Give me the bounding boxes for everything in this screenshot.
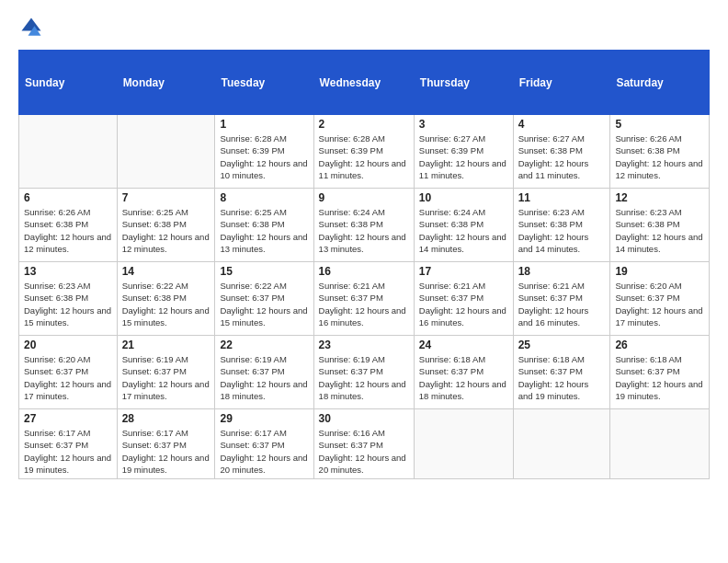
calendar-cell [414, 409, 513, 479]
weekday-header-row: SundayMondayTuesdayWednesdayThursdayFrid… [19, 51, 710, 115]
calendar-cell: 4Sunrise: 6:27 AM Sunset: 6:38 PM Daylig… [513, 115, 610, 189]
day-number: 19 [615, 265, 704, 278]
calendar-cell: 14Sunrise: 6:22 AM Sunset: 6:38 PM Dayli… [117, 262, 215, 336]
day-info: Sunrise: 6:20 AM Sunset: 6:37 PM Dayligh… [24, 353, 112, 402]
logo-icon [18, 15, 44, 40]
day-info: Sunrise: 6:21 AM Sunset: 6:37 PM Dayligh… [518, 280, 606, 328]
calendar-week-3: 13Sunrise: 6:23 AM Sunset: 6:38 PM Dayli… [19, 262, 710, 336]
calendar-cell: 25Sunrise: 6:18 AM Sunset: 6:37 PM Dayli… [513, 336, 610, 409]
calendar-cell: 15Sunrise: 6:22 AM Sunset: 6:37 PM Dayli… [215, 262, 313, 336]
day-number: 29 [220, 412, 308, 425]
calendar-cell: 2Sunrise: 6:28 AM Sunset: 6:39 PM Daylig… [313, 115, 414, 189]
day-number: 17 [419, 265, 508, 278]
calendar-week-1: 1Sunrise: 6:28 AM Sunset: 6:39 PM Daylig… [19, 115, 710, 189]
weekday-header-saturday: Saturday [610, 51, 710, 115]
calendar-cell: 30Sunrise: 6:16 AM Sunset: 6:37 PM Dayli… [313, 409, 414, 479]
day-info: Sunrise: 6:23 AM Sunset: 6:38 PM Dayligh… [518, 206, 606, 255]
day-number: 16 [319, 265, 409, 278]
calendar-page: SundayMondayTuesdayWednesdayThursdayFrid… [0, 0, 728, 563]
day-number: 11 [518, 191, 606, 204]
day-number: 8 [220, 191, 308, 204]
svg-marker-0 [22, 18, 41, 31]
calendar-cell: 27Sunrise: 6:17 AM Sunset: 6:37 PM Dayli… [19, 409, 118, 479]
day-number: 14 [122, 265, 210, 278]
day-info: Sunrise: 6:17 AM Sunset: 6:37 PM Dayligh… [220, 427, 308, 476]
day-info: Sunrise: 6:28 AM Sunset: 6:39 PM Dayligh… [220, 132, 308, 181]
day-info: Sunrise: 6:17 AM Sunset: 6:37 PM Dayligh… [24, 427, 112, 476]
calendar-cell: 20Sunrise: 6:20 AM Sunset: 6:37 PM Dayli… [19, 336, 118, 409]
day-info: Sunrise: 6:27 AM Sunset: 6:39 PM Dayligh… [419, 132, 508, 181]
day-number: 30 [319, 412, 409, 425]
calendar-cell: 22Sunrise: 6:19 AM Sunset: 6:37 PM Dayli… [215, 336, 313, 409]
day-number: 10 [419, 191, 508, 204]
day-number: 5 [615, 118, 704, 131]
calendar-cell: 19Sunrise: 6:20 AM Sunset: 6:37 PM Dayli… [610, 262, 710, 336]
calendar-cell: 17Sunrise: 6:21 AM Sunset: 6:37 PM Dayli… [414, 262, 513, 336]
day-info: Sunrise: 6:25 AM Sunset: 6:38 PM Dayligh… [122, 206, 210, 255]
day-info: Sunrise: 6:16 AM Sunset: 6:37 PM Dayligh… [319, 427, 409, 476]
day-info: Sunrise: 6:24 AM Sunset: 6:38 PM Dayligh… [319, 206, 409, 255]
day-number: 13 [24, 265, 112, 278]
day-number: 4 [518, 118, 606, 131]
calendar-cell [117, 115, 215, 189]
day-number: 6 [24, 191, 112, 204]
day-info: Sunrise: 6:22 AM Sunset: 6:37 PM Dayligh… [220, 280, 308, 328]
day-info: Sunrise: 6:23 AM Sunset: 6:38 PM Dayligh… [615, 206, 704, 255]
day-info: Sunrise: 6:26 AM Sunset: 6:38 PM Dayligh… [24, 206, 112, 255]
header [18, 15, 710, 40]
weekday-header-friday: Friday [513, 51, 610, 115]
calendar-cell: 12Sunrise: 6:23 AM Sunset: 6:38 PM Dayli… [610, 189, 710, 262]
calendar-week-2: 6Sunrise: 6:26 AM Sunset: 6:38 PM Daylig… [19, 189, 710, 262]
day-number: 9 [319, 191, 409, 204]
day-info: Sunrise: 6:19 AM Sunset: 6:37 PM Dayligh… [122, 353, 210, 402]
weekday-header-thursday: Thursday [414, 51, 513, 115]
weekday-header-wednesday: Wednesday [313, 51, 414, 115]
calendar-cell: 29Sunrise: 6:17 AM Sunset: 6:37 PM Dayli… [215, 409, 313, 479]
calendar-cell: 7Sunrise: 6:25 AM Sunset: 6:38 PM Daylig… [117, 189, 215, 262]
day-number: 12 [615, 191, 704, 204]
day-info: Sunrise: 6:19 AM Sunset: 6:37 PM Dayligh… [220, 353, 308, 402]
calendar-cell: 18Sunrise: 6:21 AM Sunset: 6:37 PM Dayli… [513, 262, 610, 336]
day-number: 23 [319, 339, 409, 351]
calendar-week-4: 20Sunrise: 6:20 AM Sunset: 6:37 PM Dayli… [19, 336, 710, 409]
day-info: Sunrise: 6:20 AM Sunset: 6:37 PM Dayligh… [615, 280, 704, 328]
day-info: Sunrise: 6:24 AM Sunset: 6:38 PM Dayligh… [419, 206, 508, 255]
day-number: 20 [24, 339, 112, 351]
day-number: 1 [220, 118, 308, 131]
weekday-header-tuesday: Tuesday [215, 51, 313, 115]
day-info: Sunrise: 6:28 AM Sunset: 6:39 PM Dayligh… [319, 132, 409, 181]
day-info: Sunrise: 6:22 AM Sunset: 6:38 PM Dayligh… [122, 280, 210, 328]
calendar-cell: 1Sunrise: 6:28 AM Sunset: 6:39 PM Daylig… [215, 115, 313, 189]
day-info: Sunrise: 6:19 AM Sunset: 6:37 PM Dayligh… [319, 353, 409, 402]
calendar-cell: 9Sunrise: 6:24 AM Sunset: 6:38 PM Daylig… [313, 189, 414, 262]
calendar-cell: 13Sunrise: 6:23 AM Sunset: 6:38 PM Dayli… [19, 262, 118, 336]
calendar-cell: 6Sunrise: 6:26 AM Sunset: 6:38 PM Daylig… [19, 189, 118, 262]
calendar-cell: 24Sunrise: 6:18 AM Sunset: 6:37 PM Dayli… [414, 336, 513, 409]
calendar-cell [19, 115, 118, 189]
calendar-cell: 28Sunrise: 6:17 AM Sunset: 6:37 PM Dayli… [117, 409, 215, 479]
day-number: 28 [122, 412, 210, 425]
day-number: 3 [419, 118, 508, 131]
day-number: 18 [518, 265, 606, 278]
calendar-cell: 16Sunrise: 6:21 AM Sunset: 6:37 PM Dayli… [313, 262, 414, 336]
calendar-cell: 10Sunrise: 6:24 AM Sunset: 6:38 PM Dayli… [414, 189, 513, 262]
day-info: Sunrise: 6:21 AM Sunset: 6:37 PM Dayligh… [319, 280, 409, 328]
day-number: 21 [122, 339, 210, 351]
day-number: 26 [615, 339, 704, 351]
calendar-cell [513, 409, 610, 479]
weekday-header-sunday: Sunday [19, 51, 118, 115]
calendar-cell: 3Sunrise: 6:27 AM Sunset: 6:39 PM Daylig… [414, 115, 513, 189]
day-number: 25 [518, 339, 606, 351]
day-number: 24 [419, 339, 508, 351]
day-info: Sunrise: 6:18 AM Sunset: 6:37 PM Dayligh… [615, 353, 704, 402]
calendar-cell: 8Sunrise: 6:25 AM Sunset: 6:38 PM Daylig… [215, 189, 313, 262]
day-info: Sunrise: 6:17 AM Sunset: 6:37 PM Dayligh… [122, 427, 210, 476]
day-number: 22 [220, 339, 308, 351]
day-info: Sunrise: 6:23 AM Sunset: 6:38 PM Dayligh… [24, 280, 112, 328]
day-info: Sunrise: 6:27 AM Sunset: 6:38 PM Dayligh… [518, 132, 606, 181]
day-info: Sunrise: 6:26 AM Sunset: 6:38 PM Dayligh… [615, 132, 704, 181]
calendar-cell: 21Sunrise: 6:19 AM Sunset: 6:37 PM Dayli… [117, 336, 215, 409]
calendar-week-5: 27Sunrise: 6:17 AM Sunset: 6:37 PM Dayli… [19, 409, 710, 479]
day-info: Sunrise: 6:21 AM Sunset: 6:37 PM Dayligh… [419, 280, 508, 328]
day-number: 7 [122, 191, 210, 204]
